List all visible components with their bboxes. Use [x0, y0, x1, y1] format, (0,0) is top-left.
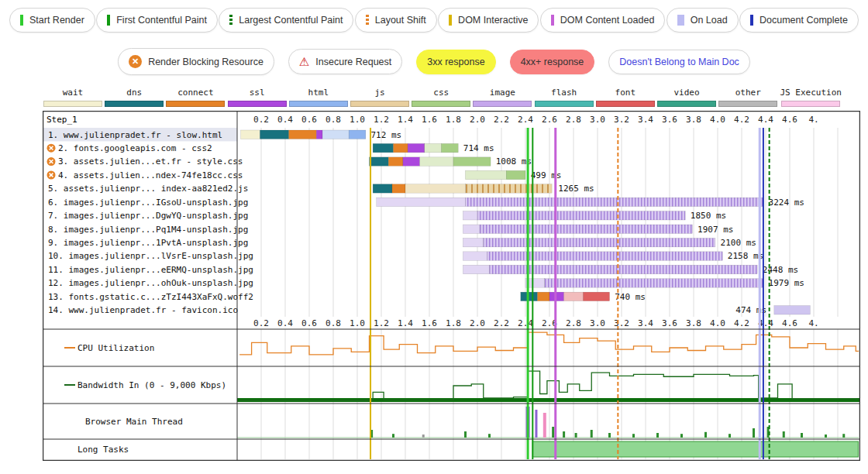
axis-tick-top: 2.6 [542, 115, 557, 125]
phase-legend: wait dns connect ssl html js css image f… [0, 88, 868, 107]
thread-spike [543, 413, 546, 438]
axis-tick-bottom: 4.0 [710, 318, 725, 328]
badge-legend-row: ✕ Render Blocking Resource ⚠ Insecure Re… [0, 48, 868, 75]
waterfall-svg: 0.20.20.40.40.60.60.80.81.01.01.21.21.41… [43, 111, 860, 461]
segment-dns [373, 184, 392, 193]
thread-spike [552, 427, 554, 438]
request-label: 7. images.julienpr...DgwYQ-unsplash.jpg [48, 211, 248, 221]
request-row-6[interactable]: 6. images.julienpr...IGsoU-unsplash.jpg3… [48, 198, 804, 208]
connect-color-swatch [166, 101, 225, 107]
legend-marker-dom-content-loaded[interactable]: DOM Content Loaded [540, 8, 666, 33]
font-color-swatch [596, 101, 655, 107]
legend-label: 3xx response [427, 57, 484, 67]
phase-css: css [412, 88, 470, 107]
section-label: Long Tasks [78, 445, 129, 455]
phase-other: other [718, 88, 777, 107]
legend-marker-on-load[interactable]: On Load [666, 8, 739, 33]
axis-tick-top: 4.4 [758, 115, 773, 125]
wait-color-swatch [43, 101, 102, 107]
request-label: 14. www.julienpradet.fr - favicon.ico [48, 305, 238, 315]
axis-tick-bottom: 2.4 [518, 318, 533, 328]
request-time: 499 ms [531, 170, 562, 180]
axis-tick-top: 3.8 [686, 115, 701, 125]
segment-img_l [377, 198, 466, 206]
legend-badge-3xx-response[interactable]: 3xx response [416, 50, 495, 74]
phase-label: dns [126, 88, 142, 98]
segment-img_l [463, 211, 477, 220]
legend-label: Doesn't Belong to Main Doc [619, 57, 739, 67]
phase-wait: wait [43, 88, 102, 107]
thread-spike [608, 433, 611, 438]
legend-marker-layout-shift[interactable]: Layout Shift [355, 8, 437, 33]
css-color-swatch [412, 101, 470, 107]
legend-marker-start-render[interactable]: Start Render [9, 8, 95, 33]
html-color-swatch [289, 101, 348, 107]
thread-spike [488, 434, 491, 438]
legend-label: Document Complete [760, 15, 848, 26]
thread-spike [704, 432, 707, 438]
request-label: 3. assets.julien...et.fr - style.css [58, 156, 243, 167]
segment-dns [521, 292, 538, 301]
axis-tick-top: 1.8 [446, 115, 461, 125]
request-time: 1008 ms [496, 156, 532, 167]
other-color-swatch [718, 101, 777, 107]
segment-img [490, 265, 758, 273]
legend-marker-first-contentful-paint[interactable]: First Contentful Paint [96, 8, 218, 33]
axis-tick-top: 3.0 [590, 115, 605, 125]
segment-font_l [564, 292, 584, 301]
segment-css_l [425, 143, 442, 152]
request-time: 2448 ms [763, 265, 798, 275]
legend-badge-insecure-request[interactable]: ⚠ Insecure Request [288, 49, 402, 74]
segment-wait [241, 130, 260, 139]
axis-tick-top: 0.6 [301, 115, 317, 125]
axis-tick-top: 4.0 [710, 115, 725, 125]
axis-tick-bottom: 1.2 [374, 318, 389, 328]
thread-spike [825, 434, 827, 438]
axis-tick-bottom: 4. [808, 318, 818, 328]
legend-badge-4xx-response[interactable]: 4xx+ response [510, 50, 595, 74]
axis-tick-bottom: 2.2 [494, 318, 509, 328]
legend-marker-dom-interactive[interactable]: DOM Interactive [438, 8, 539, 33]
phase-connect: connect [166, 88, 225, 107]
axis-tick-bottom: 3.8 [686, 318, 701, 328]
request-time: 1979 ms [769, 278, 804, 288]
legend-badge-render-blocking[interactable]: ✕ Render Blocking Resource [118, 48, 274, 75]
flash-color-swatch [535, 101, 594, 107]
phase-label: other [735, 88, 761, 98]
section-3: Long Tasks [78, 445, 129, 455]
axis-tick-bottom: 1.4 [398, 318, 413, 328]
axis-tick-bottom: 3.4 [638, 318, 653, 328]
legend-label: DOM Interactive [458, 15, 528, 26]
segment-ssl [316, 130, 322, 139]
request-time: 740 ms [615, 292, 646, 302]
dns-color-swatch [105, 101, 164, 107]
axis-tick-top: 4. [808, 115, 818, 125]
video-color-swatch [657, 101, 716, 107]
section-label: Browser Main Thread [85, 417, 183, 427]
segment-img_l [463, 225, 480, 233]
request-label: 1. www.julienpradet.fr - slow.html [48, 130, 222, 140]
axis-tick-top: 0.8 [326, 115, 341, 125]
axis-tick-bottom: 0.8 [326, 318, 341, 328]
legend-marker-largest-contentful-paint[interactable]: Largest Contentful Paint [219, 8, 353, 33]
axis-tick-bottom: 4.6 [782, 318, 797, 328]
request-time: 1265 ms [558, 184, 594, 194]
axis-tick-top: 0.4 [277, 115, 293, 125]
segment-img [466, 198, 763, 206]
legend-label: DOM Content Loaded [560, 15, 655, 26]
request-time: 474 ms [735, 305, 766, 315]
phase-label: flash [551, 88, 577, 98]
segment-dns [373, 143, 393, 152]
segment-css_l [466, 170, 507, 179]
legend-badge-doesnt-belong[interactable]: Doesn't Belong to Main Doc [608, 50, 750, 74]
axis-tick-bottom: 4.2 [734, 318, 749, 328]
request-label: 4. assets.julien...ndex-74fe18cc.css [58, 170, 243, 180]
request-time: 2100 ms [721, 238, 756, 248]
waterfall-panel: 0.20.20.40.40.60.60.80.81.01.01.21.21.41… [43, 111, 860, 461]
legend-marker-document-complete[interactable]: Document Complete [739, 8, 859, 33]
thread-spike [392, 434, 394, 438]
dom-interactive-marker-icon [449, 15, 452, 26]
dom-content-loaded-marker-icon [551, 15, 554, 26]
segment-css [506, 170, 525, 179]
axis-tick-top: 3.4 [638, 115, 653, 125]
